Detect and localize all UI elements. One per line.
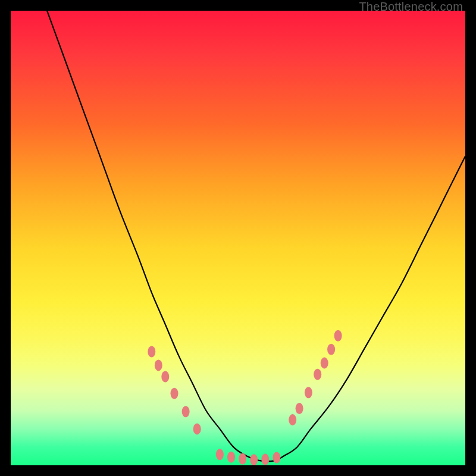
attribution-text: TheBottleneck.com <box>359 0 463 14</box>
marker-dot <box>273 452 280 464</box>
marker-dot <box>321 358 328 369</box>
marker-dot <box>227 452 235 463</box>
gradient-plot-area <box>11 11 465 465</box>
marker-dot <box>334 330 342 342</box>
marker-dot <box>161 371 169 383</box>
marker-dot <box>155 359 162 371</box>
marker-dot <box>250 454 258 465</box>
marker-dot <box>216 449 224 460</box>
marker-dot <box>305 387 312 398</box>
marker-dot <box>261 454 269 465</box>
marker-dot <box>193 423 201 434</box>
curve-svg <box>11 11 465 465</box>
marker-dot <box>171 388 178 399</box>
marker-dot <box>289 414 296 425</box>
bottleneck-curve <box>47 11 465 461</box>
marker-dot <box>148 346 155 358</box>
marker-dot <box>327 344 335 355</box>
marker-dot <box>296 403 303 414</box>
marker-dot <box>239 453 246 465</box>
marker-dot <box>182 406 190 417</box>
marker-dot <box>314 369 321 380</box>
outer-frame: TheBottleneck.com <box>0 0 476 476</box>
